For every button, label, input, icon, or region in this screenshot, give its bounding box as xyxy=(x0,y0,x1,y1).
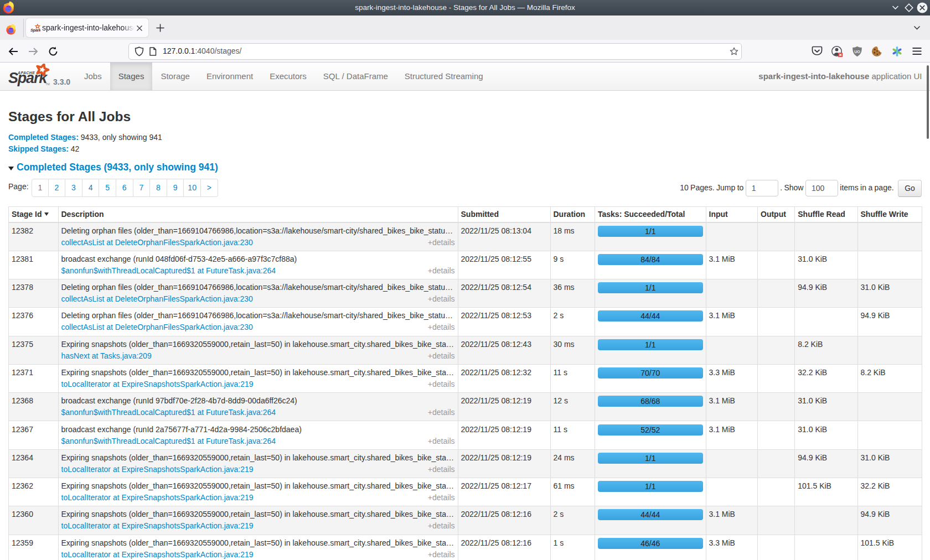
svg-text:TM: TM xyxy=(45,82,50,86)
svg-text:APACHE: APACHE xyxy=(17,71,35,75)
svg-text:UO: UO xyxy=(854,50,860,54)
